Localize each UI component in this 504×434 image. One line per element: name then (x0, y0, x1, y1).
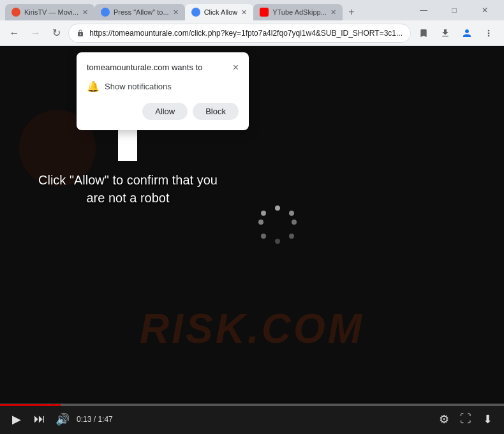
toolbar: ← → ↻ https://tomeamounturale.com/click.… (0, 20, 504, 46)
volume-button[interactable]: 🔊 (54, 410, 71, 428)
bookmark-button[interactable] (413, 23, 434, 43)
overlay-message: Click "Allow" to confirm that you are no… (38, 171, 218, 207)
time-display: 0:13 / 1:47 (77, 415, 113, 424)
overlay-line1: Click "Allow" to confirm that you (38, 173, 218, 187)
lock-icon (77, 29, 84, 37)
tab-label-press: Press "Allow" to... (114, 8, 169, 16)
settings-button[interactable]: ⚙ (435, 410, 453, 428)
tab-label-ytube: YTube AdSkipp... (272, 8, 327, 16)
bell-icon: 🔔 (87, 80, 100, 93)
profile-icon (461, 27, 473, 39)
reload-button[interactable]: ↻ (47, 23, 66, 43)
download-icon (440, 28, 450, 38)
notification-popup: tomeamounturale.com wants to × 🔔 Show no… (77, 52, 249, 130)
window-controls: — □ ✕ (410, 1, 499, 19)
tab-favicon-click (191, 8, 200, 17)
bookmark-icon (419, 28, 429, 38)
current-time: 0:13 (77, 415, 91, 424)
tab-label-kiris: KirisTV — Movi... (24, 8, 78, 16)
new-tab-button[interactable]: + (343, 4, 360, 20)
tab-click-allow[interactable]: Click Allow ✕ (185, 4, 254, 20)
tab-close-click[interactable]: ✕ (241, 8, 247, 17)
title-bar: KirisTV — Movi... ✕ Press "Allow" to... … (0, 0, 504, 20)
video-controls-bar: ▶ ⏭ 🔊 0:13 / 1:47 ⚙ ⛶ ⬇ (0, 403, 504, 434)
url-display: https://tomeamounturale.com/click.php?ke… (89, 29, 403, 38)
tab-favicon-ytube (260, 8, 269, 17)
maximize-button[interactable]: □ (440, 1, 468, 19)
fullscreen-button[interactable]: ⛶ (457, 410, 475, 428)
close-button[interactable]: ✕ (471, 1, 499, 19)
loading-spinner (258, 206, 297, 244)
video-background: RISK.COM Click "Allow" to confirm that y… (0, 46, 504, 403)
tab-ytube[interactable]: YTube AdSkipp... ✕ (253, 4, 343, 20)
tab-close-ytube[interactable]: ✕ (330, 8, 336, 17)
tab-press[interactable]: Press "Allow" to... ✕ (94, 4, 185, 20)
total-time: 1:47 (98, 415, 112, 424)
popup-title: tomeamounturale.com wants to (87, 63, 202, 72)
controls-right: ⚙ ⛶ ⬇ (435, 410, 496, 428)
menu-button[interactable] (478, 23, 499, 43)
download-button[interactable] (435, 23, 456, 43)
watermark-text: RISK.COM (0, 305, 504, 352)
tab-kiris[interactable]: KirisTV — Movi... ✕ (5, 4, 94, 20)
popup-permission-row: 🔔 Show notifications (87, 80, 239, 93)
tab-bar: KirisTV — Movi... ✕ Press "Allow" to... … (5, 0, 402, 20)
tab-favicon-press (101, 8, 110, 17)
profile-button[interactable] (457, 23, 477, 43)
tab-close-press[interactable]: ✕ (173, 8, 179, 17)
next-button[interactable]: ⏭ (31, 410, 48, 428)
minimize-button[interactable]: — (410, 1, 438, 19)
overlay-line2: are not a robot (86, 191, 169, 205)
progress-bar-fill (0, 404, 61, 406)
allow-button[interactable]: Allow (142, 103, 188, 120)
dots-vertical-icon (484, 28, 494, 38)
forward-button[interactable]: → (26, 23, 45, 43)
block-button[interactable]: Block (193, 103, 239, 120)
progress-bar-container[interactable] (0, 404, 504, 406)
back-button[interactable]: ← (5, 23, 24, 43)
permission-text: Show notifications (105, 82, 172, 91)
tab-close-kiris[interactable]: ✕ (82, 8, 88, 17)
popup-header: tomeamounturale.com wants to × (87, 63, 239, 73)
play-button[interactable]: ▶ (8, 410, 26, 428)
download-video-button[interactable]: ⬇ (478, 410, 496, 428)
toolbar-icons (413, 23, 499, 43)
tab-favicon-kiris (11, 8, 20, 17)
popup-buttons: Allow Block (87, 103, 239, 120)
omnibox[interactable]: https://tomeamounturale.com/click.php?ke… (68, 24, 411, 43)
content-area: RISK.COM Click "Allow" to confirm that y… (0, 46, 504, 403)
tab-label-click: Click Allow (204, 8, 238, 16)
popup-close-button[interactable]: × (233, 63, 239, 73)
